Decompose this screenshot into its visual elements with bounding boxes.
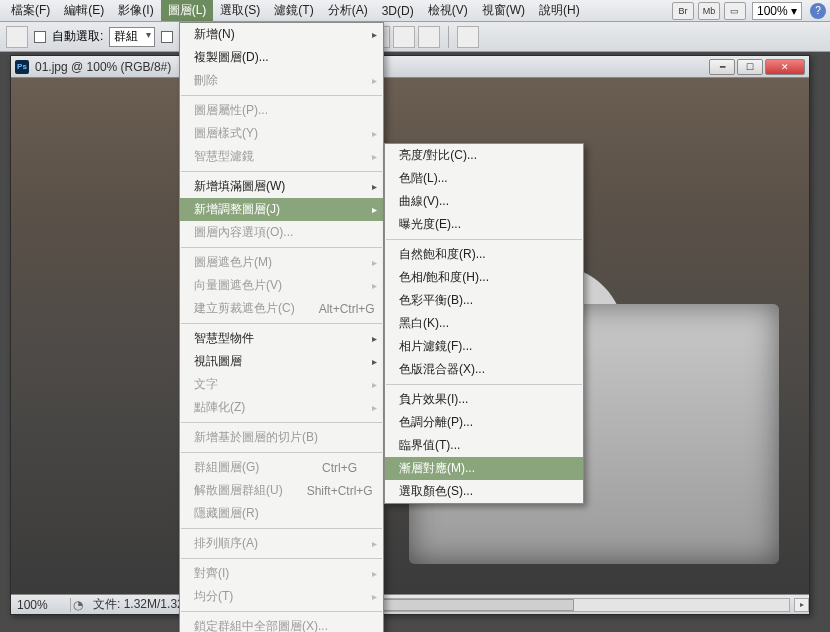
layer-menu-item: 圖層遮色片(M) [180, 251, 383, 274]
adjustment-submenu-item[interactable]: 曝光度(E)... [385, 213, 583, 236]
minibridge-button[interactable]: Mb [698, 2, 720, 20]
menu-item-label: 向量圖遮色片(V) [194, 277, 282, 294]
layer-menu: 新增(N)複製圖層(D)...刪除圖層屬性(P)...圖層樣式(Y)智慧型濾鏡新… [179, 22, 384, 632]
layer-menu-item[interactable]: 新增(N) [180, 23, 383, 46]
menu-item-label: 視訊圖層 [194, 353, 242, 370]
adjustment-submenu-item[interactable]: 自然飽和度(R)... [385, 243, 583, 266]
auto-align-icon[interactable] [457, 26, 479, 48]
menu-filter[interactable]: 濾鏡(T) [267, 0, 320, 21]
menu-separator [181, 95, 382, 96]
layer-menu-item[interactable]: 視訊圖層 [180, 350, 383, 373]
layer-menu-item[interactable]: 新增填滿圖層(W) [180, 175, 383, 198]
layer-menu-item: 排列順序(A) [180, 532, 383, 555]
menu-item-label: 黑白(K)... [399, 315, 449, 332]
adjustment-submenu-item[interactable]: 臨界值(T)... [385, 434, 583, 457]
menu-item-label: 文字 [194, 376, 218, 393]
menu-item-label: 色階(L)... [399, 170, 448, 187]
menu-separator [181, 323, 382, 324]
auto-select-checkbox[interactable] [34, 31, 46, 43]
layer-menu-item: 新增基於圖層的切片(B) [180, 426, 383, 449]
menu-item-label: 新增(N) [194, 26, 235, 43]
adjustment-submenu-item[interactable]: 色彩平衡(B)... [385, 289, 583, 312]
menu-item-label: 新增基於圖層的切片(B) [194, 429, 318, 446]
menu-window[interactable]: 視窗(W) [475, 0, 532, 21]
adjustment-submenu-item[interactable]: 亮度/對比(C)... [385, 144, 583, 167]
menu-item-label: 群組圖層(G) [194, 459, 259, 476]
menu-item-shortcut: Alt+Ctrl+G [319, 302, 375, 316]
menu-file[interactable]: 檔案(F) [4, 0, 57, 21]
distribute-icon[interactable] [418, 26, 440, 48]
menu-select[interactable]: 選取(S) [213, 0, 267, 21]
menu-item-label: 曝光度(E)... [399, 216, 461, 233]
menu-item-label: 隱藏圖層(R) [194, 505, 259, 522]
adjustment-submenu-item[interactable]: 曲線(V)... [385, 190, 583, 213]
adjustment-submenu-item[interactable]: 色相/飽和度(H)... [385, 266, 583, 289]
adjustment-submenu-item[interactable]: 色階(L)... [385, 167, 583, 190]
menu-item-label: 點陣化(Z) [194, 399, 245, 416]
menu-layer[interactable]: 圖層(L) [161, 0, 214, 21]
menu-item-label: 解散圖層群組(U) [194, 482, 283, 499]
menu-3d[interactable]: 3D(D) [375, 2, 421, 20]
menu-item-label: 漸層對應(M)... [399, 460, 475, 477]
adjustment-submenu-item[interactable]: 色調分離(P)... [385, 411, 583, 434]
document-title: 01.jpg @ 100% (RGB/8#) [35, 60, 171, 74]
menu-item-label: 排列順序(A) [194, 535, 258, 552]
menu-item-shortcut: Ctrl+G [322, 461, 357, 475]
close-button[interactable]: ✕ [765, 59, 805, 75]
help-icon[interactable]: ? [810, 3, 826, 19]
layer-menu-item[interactable]: 智慧型物件 [180, 327, 383, 350]
layer-menu-item: 刪除 [180, 69, 383, 92]
layer-menu-item[interactable]: 複製圖層(D)... [180, 46, 383, 69]
bridge-button[interactable]: Br [672, 2, 694, 20]
menu-item-label: 智慧型濾鏡 [194, 148, 254, 165]
menu-item-label: 圖層屬性(P)... [194, 102, 268, 119]
screenmode-button[interactable]: ▭ [724, 2, 746, 20]
adjustment-submenu-item[interactable]: 黑白(K)... [385, 312, 583, 335]
menu-item-label: 圖層樣式(Y) [194, 125, 258, 142]
minimize-button[interactable]: ━ [709, 59, 735, 75]
menu-item-label: 新增調整圖層(J) [194, 201, 280, 218]
menu-separator [181, 611, 382, 612]
auto-select-dropdown[interactable]: 群組 [109, 27, 155, 47]
menu-image[interactable]: 影像(I) [111, 0, 160, 21]
adjustment-submenu-item[interactable]: 選取顏色(S)... [385, 480, 583, 503]
menu-item-label: 色版混合器(X)... [399, 361, 485, 378]
layer-menu-item: 文字 [180, 373, 383, 396]
menu-separator [181, 422, 382, 423]
menu-separator [181, 528, 382, 529]
show-transform-checkbox[interactable] [161, 31, 173, 43]
menu-help[interactable]: 說明(H) [532, 0, 587, 21]
distribute-icon[interactable] [393, 26, 415, 48]
menu-edit[interactable]: 編輯(E) [57, 0, 111, 21]
menu-analysis[interactable]: 分析(A) [321, 0, 375, 21]
layer-menu-item: 向量圖遮色片(V) [180, 274, 383, 297]
menu-view[interactable]: 檢視(V) [421, 0, 475, 21]
menu-item-label: 負片效果(I)... [399, 391, 468, 408]
scroll-right-arrow[interactable]: ▸ [794, 598, 809, 612]
maximize-button[interactable]: ☐ [737, 59, 763, 75]
layer-menu-item: 圖層樣式(Y) [180, 122, 383, 145]
adjustment-submenu-item[interactable]: 負片效果(I)... [385, 388, 583, 411]
menu-separator [386, 239, 582, 240]
status-zoom[interactable]: 100% [11, 598, 71, 612]
menu-item-shortcut: Shift+Ctrl+G [307, 484, 373, 498]
menubar: 檔案(F) 編輯(E) 影像(I) 圖層(L) 選取(S) 濾鏡(T) 分析(A… [0, 0, 830, 22]
tool-preset-icon[interactable] [6, 26, 28, 48]
auto-select-label: 自動選取: [52, 28, 103, 45]
h-scrollbar[interactable] [359, 598, 790, 612]
layer-menu-item[interactable]: 新增調整圖層(J) [180, 198, 383, 221]
options-bar: 自動選取: 群組 [0, 22, 830, 52]
layer-menu-item: 點陣化(Z) [180, 396, 383, 419]
menu-item-label: 均分(T) [194, 588, 233, 605]
menu-item-label: 曲線(V)... [399, 193, 449, 210]
menu-item-label: 相片濾鏡(F)... [399, 338, 472, 355]
menu-item-label: 刪除 [194, 72, 218, 89]
adjustment-submenu-item[interactable]: 相片濾鏡(F)... [385, 335, 583, 358]
layer-menu-item: 鎖定群組中全部圖層(X)... [180, 615, 383, 632]
adjustment-submenu-item[interactable]: 漸層對應(M)... [385, 457, 583, 480]
layer-menu-item: 均分(T) [180, 585, 383, 608]
zoom-field[interactable]: 100% ▾ [752, 2, 802, 20]
adjustment-submenu-item[interactable]: 色版混合器(X)... [385, 358, 583, 381]
titlebar: Ps 01.jpg @ 100% (RGB/8#) ━ ☐ ✕ [11, 56, 809, 78]
menu-item-label: 色調分離(P)... [399, 414, 473, 431]
